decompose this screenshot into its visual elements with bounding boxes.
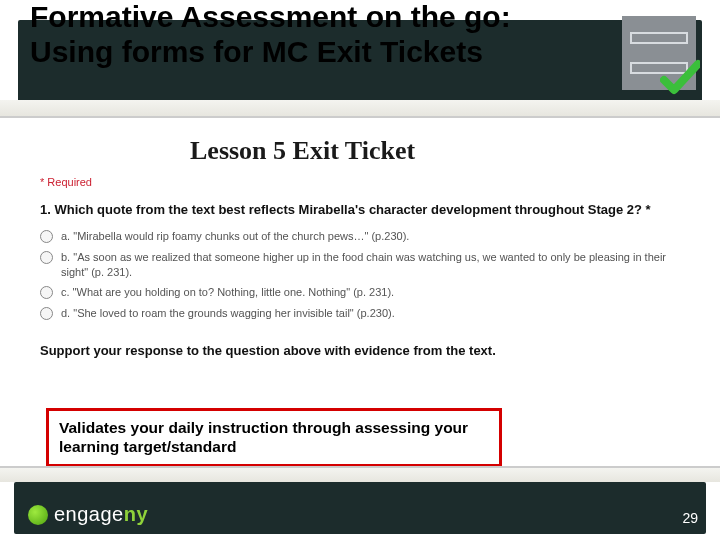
logo-text-ny: ny (124, 503, 148, 526)
title-line-1: Formative Assessment on the go: (30, 0, 580, 35)
slide-title: Formative Assessment on the go: Using fo… (30, 0, 580, 69)
engageny-logo: engageny (28, 503, 148, 526)
form-title: Lesson 5 Exit Ticket (190, 136, 680, 166)
radio-icon (40, 286, 53, 299)
radio-icon (40, 230, 53, 243)
presentation-slide: Formative Assessment on the go: Using fo… (0, 0, 720, 540)
option-a[interactable]: a. "Mirabella would rip foamy chunks out… (40, 229, 680, 244)
callout-text: Validates your daily instruction through… (59, 419, 468, 455)
checklist-icon (622, 16, 696, 90)
title-line-2: Using forms for MC Exit Tickets (30, 35, 580, 70)
option-d[interactable]: d. "She loved to roam the grounds waggin… (40, 306, 680, 321)
page-number: 29 (682, 510, 698, 526)
logo-text-engage: engage (54, 503, 124, 526)
google-form-screenshot: Lesson 5 Exit Ticket * Required 1. Which… (40, 128, 680, 358)
option-label: c. "What are you holding on to? Nothing,… (61, 285, 394, 300)
logo-dot-icon (28, 505, 48, 525)
option-c[interactable]: c. "What are you holding on to? Nothing,… (40, 285, 680, 300)
top-chalk-tray (0, 100, 720, 118)
radio-icon (40, 251, 53, 264)
checklist-bar (630, 32, 688, 44)
callout-box: Validates your daily instruction through… (46, 408, 502, 467)
bottom-chalk-tray (0, 466, 720, 482)
support-prompt: Support your response to the question ab… (40, 343, 680, 358)
checkmark-icon (660, 58, 700, 98)
options-group: a. "Mirabella would rip foamy chunks out… (40, 229, 680, 321)
option-b[interactable]: b. "As soon as we realized that someone … (40, 250, 680, 280)
radio-icon (40, 307, 53, 320)
option-label: a. "Mirabella would rip foamy chunks out… (61, 229, 409, 244)
question-text: 1. Which quote from the text best reflec… (40, 202, 680, 219)
required-label: * Required (40, 176, 680, 188)
option-label: b. "As soon as we realized that someone … (61, 250, 680, 280)
option-label: d. "She loved to roam the grounds waggin… (61, 306, 395, 321)
